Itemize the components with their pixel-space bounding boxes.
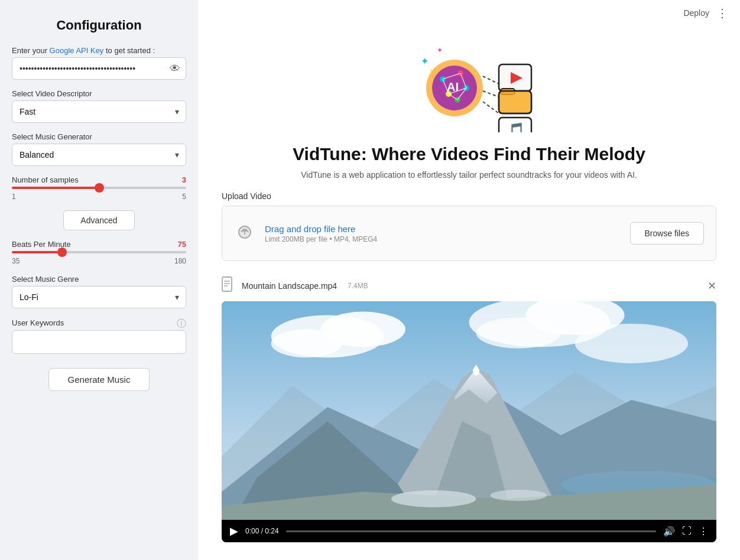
- sidebar-title: Configuration: [12, 18, 186, 33]
- samples-slider[interactable]: [12, 187, 186, 189]
- upload-text-group: Drag and drop file here Limit 200MB per …: [265, 224, 377, 243]
- mountain-landscape-svg: [222, 301, 716, 520]
- hero-section: AI ✦ ✦ ✦: [198, 26, 740, 191]
- file-name: Mountain Landscape.mp4: [242, 281, 337, 291]
- samples-slider-section: Number of samples 3 1 5: [12, 175, 186, 201]
- genre-select-wrapper: Lo-Fi Pop Rock Jazz Classical Electronic…: [12, 286, 186, 308]
- browse-files-button[interactable]: Browse files: [630, 222, 704, 245]
- keywords-section: User Keywords ⓘ: [12, 318, 186, 354]
- hero-title: VidTune: Where Videos Find Their Melody: [293, 144, 645, 164]
- keywords-header: User Keywords ⓘ: [12, 318, 186, 330]
- upload-label: Upload Video: [222, 191, 716, 201]
- volume-icon[interactable]: 🔊: [663, 526, 675, 537]
- samples-range-labels: 1 5: [12, 193, 186, 201]
- video-descriptor-label: Select Video Descriptor: [12, 89, 186, 98]
- file-size: 7.4MB: [348, 282, 368, 290]
- video-player: ▶ 0:00 / 0:24 🔊 ⛶ ⋮: [222, 301, 716, 542]
- svg-line-22: [483, 91, 499, 97]
- toggle-visibility-icon[interactable]: 👁: [170, 63, 180, 75]
- api-key-input-wrapper: 👁: [12, 57, 186, 80]
- music-generator-section: Select Music Generator Fast Balanced Det…: [12, 132, 186, 166]
- video-descriptor-section: Select Video Descriptor Fast Balanced De…: [12, 89, 186, 123]
- video-time: 0:00 / 0:24: [245, 527, 279, 535]
- video-descriptor-select[interactable]: Fast Balanced Detailed: [12, 100, 186, 123]
- svg-point-43: [575, 324, 688, 363]
- genre-label: Select Music Genre: [12, 275, 186, 284]
- drag-drop-text: Drag and drop file here: [265, 224, 377, 234]
- upload-section: Upload Video Drag and drop file here Lim…: [198, 191, 740, 271]
- play-button[interactable]: ▶: [230, 525, 238, 538]
- bpm-slider-section: Beats Per Minute 75 35 180: [12, 240, 186, 265]
- keywords-label: User Keywords: [12, 318, 64, 327]
- more-options-icon[interactable]: ⋮: [716, 6, 728, 20]
- bpm-min: 35: [12, 257, 20, 265]
- deploy-button[interactable]: Deploy: [683, 8, 709, 18]
- topbar: Deploy ⋮: [198, 0, 740, 26]
- upload-cloud-icon: [234, 220, 255, 246]
- music-generator-label: Select Music Generator: [12, 132, 186, 141]
- hero-subtitle: VidTune is a web application to effortle…: [301, 170, 637, 180]
- api-key-label: Enter your Google API Key to get started…: [12, 46, 186, 55]
- upload-dropzone[interactable]: Drag and drop file here Limit 200MB per …: [222, 206, 716, 261]
- info-icon[interactable]: ⓘ: [177, 318, 186, 330]
- svg-text:✦: ✦: [421, 56, 429, 66]
- api-key-input[interactable]: [12, 57, 186, 80]
- svg-point-42: [476, 317, 560, 349]
- video-controls: ▶ 0:00 / 0:24 🔊 ⛶ ⋮: [222, 520, 716, 542]
- svg-text:✦: ✦: [429, 68, 433, 73]
- genre-select[interactable]: Lo-Fi Pop Rock Jazz Classical Electronic: [12, 286, 186, 308]
- samples-min: 1: [12, 193, 16, 201]
- bpm-max: 180: [174, 257, 186, 265]
- video-thumbnail: [222, 301, 716, 520]
- advanced-button[interactable]: Advanced: [63, 210, 134, 230]
- svg-rect-32: [222, 277, 232, 291]
- music-generator-select-wrapper: Fast Balanced Detailed ▾: [12, 144, 186, 166]
- api-key-section: Enter your Google API Key to get started…: [12, 46, 186, 80]
- file-item: Mountain Landscape.mp4 7.4MB ✕: [198, 271, 740, 301]
- bpm-range-labels: 35 180: [12, 257, 186, 265]
- main-content: Deploy ⋮ AI: [198, 0, 740, 560]
- svg-text:✦: ✦: [437, 46, 443, 54]
- file-close-icon[interactable]: ✕: [707, 279, 716, 292]
- music-generator-select[interactable]: Fast Balanced Detailed: [12, 144, 186, 166]
- bpm-slider[interactable]: [12, 251, 186, 253]
- video-progress-bar[interactable]: [286, 530, 656, 532]
- file-document-icon: [222, 276, 235, 295]
- keywords-input[interactable]: [12, 330, 186, 354]
- samples-max: 5: [182, 193, 186, 201]
- svg-point-54: [391, 490, 476, 507]
- svg-point-55: [490, 490, 547, 501]
- hero-illustration: AI ✦ ✦ ✦: [404, 32, 534, 132]
- svg-line-17: [483, 76, 499, 84]
- hero-logo: AI ✦ ✦ ✦: [404, 32, 534, 132]
- svg-point-39: [271, 329, 342, 357]
- generate-music-button[interactable]: Generate Music: [48, 368, 150, 391]
- svg-rect-25: [499, 91, 531, 113]
- upload-limit-text: Limit 200MB per file • MP4, MPEG4: [265, 235, 377, 243]
- svg-text:🎵: 🎵: [506, 121, 525, 132]
- svg-line-27: [483, 102, 499, 113]
- google-api-key-link[interactable]: Google API Key: [50, 46, 104, 55]
- video-descriptor-select-wrapper: Fast Balanced Detailed ▾: [12, 100, 186, 123]
- video-more-icon[interactable]: ⋮: [699, 526, 708, 537]
- upload-left: Drag and drop file here Limit 200MB per …: [234, 220, 377, 246]
- sidebar: Configuration Enter your Google API Key …: [0, 0, 198, 560]
- svg-text:AI: AI: [447, 80, 459, 93]
- genre-section: Select Music Genre Lo-Fi Pop Rock Jazz C…: [12, 275, 186, 308]
- fullscreen-icon[interactable]: ⛶: [682, 526, 692, 536]
